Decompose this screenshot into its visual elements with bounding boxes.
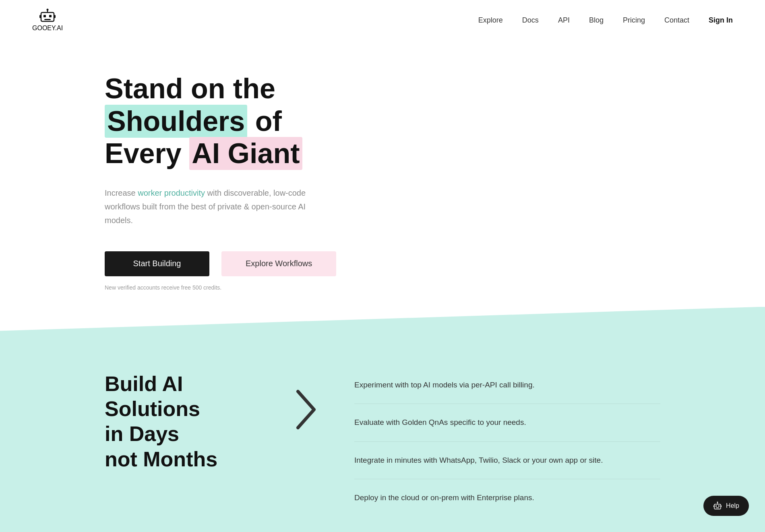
chevron-icon xyxy=(290,371,322,432)
hero-buttons: Start Building Explore Workflows xyxy=(105,251,733,276)
logo-text: GOOEY.AI xyxy=(32,25,63,32)
hero-title-highlight2: AI Giant xyxy=(189,137,302,170)
nav-docs[interactable]: Docs xyxy=(522,16,539,25)
help-robot-icon xyxy=(713,501,722,510)
hero-note: New verified accounts receive free 500 c… xyxy=(105,284,733,291)
help-label: Help xyxy=(726,502,739,509)
svg-rect-14 xyxy=(713,505,714,507)
features-content: Build AI Solutions in Days not Months Ex… xyxy=(32,355,733,532)
features-title: Build AI Solutions in Days not Months xyxy=(105,371,258,472)
feature-item-3: Integrate in minutes with WhatsApp, Twil… xyxy=(354,455,660,480)
main-nav: Explore Docs API Blog Pricing Contact Si… xyxy=(478,16,733,25)
hero-title-highlight1: Shoulders xyxy=(105,105,247,138)
svg-point-13 xyxy=(717,502,718,503)
hero-title-part1: Stand on the xyxy=(105,73,275,104)
features-title-line1: Build AI Solutions xyxy=(105,372,200,420)
feature-item-4: Deploy in the cloud or on-prem with Ente… xyxy=(354,492,660,517)
features-title-line2: in Days xyxy=(105,422,179,445)
header: GOOEY.AI Explore Docs API Blog Pricing C… xyxy=(0,0,765,40)
svg-rect-7 xyxy=(54,15,56,18)
svg-rect-2 xyxy=(49,15,52,17)
nav-explore[interactable]: Explore xyxy=(478,16,503,25)
feature-item-1: Experiment with top AI models via per-AP… xyxy=(354,379,660,404)
svg-rect-8 xyxy=(714,504,721,509)
explore-workflows-button[interactable]: Explore Workflows xyxy=(221,251,336,276)
svg-rect-1 xyxy=(43,15,46,17)
svg-point-5 xyxy=(47,9,49,11)
start-building-button[interactable]: Start Building xyxy=(105,251,209,276)
nav-blog[interactable]: Blog xyxy=(589,16,604,25)
nav-pricing[interactable]: Pricing xyxy=(623,16,645,25)
hero-subtitle: Increase worker productivity with discov… xyxy=(105,186,314,227)
hero-subtitle-link: worker productivity xyxy=(138,188,205,197)
svg-rect-6 xyxy=(39,15,41,18)
hero-title: Stand on the Shoulders ofEvery AI Giant xyxy=(105,72,378,170)
logo[interactable]: GOOEY.AI xyxy=(32,8,63,32)
nav-api[interactable]: API xyxy=(558,16,570,25)
svg-rect-9 xyxy=(715,505,717,507)
features-bg: Build AI Solutions in Days not Months Ex… xyxy=(0,307,765,532)
nav-contact[interactable]: Contact xyxy=(664,16,689,25)
features-list: Experiment with top AI models via per-AP… xyxy=(354,371,660,517)
logo-icon xyxy=(38,8,57,23)
features-section-wrapper: Build AI Solutions in Days not Months Ex… xyxy=(0,307,765,532)
hero-subtitle-part1: Increase xyxy=(105,188,138,197)
svg-rect-3 xyxy=(44,19,51,20)
feature-item-2: Evaluate with Golden QnAs specific to yo… xyxy=(354,417,660,442)
features-title-line3: not Months xyxy=(105,447,217,471)
help-button[interactable]: Help xyxy=(703,496,749,516)
nav-signin[interactable]: Sign In xyxy=(709,16,733,25)
svg-rect-10 xyxy=(718,505,720,507)
svg-rect-15 xyxy=(721,505,722,507)
hero-section: Stand on the Shoulders ofEvery AI Giant … xyxy=(0,40,765,291)
svg-rect-11 xyxy=(716,507,719,508)
features-left: Build AI Solutions in Days not Months xyxy=(105,371,258,472)
